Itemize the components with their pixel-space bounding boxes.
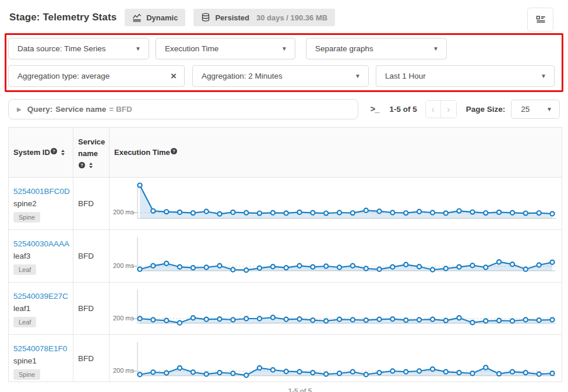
query-field: Service name <box>55 105 106 114</box>
column-header-service-name: Service name ? <box>73 128 110 177</box>
aggregation-interval-dropdown-value: Aggregation: 2 Minutes <box>202 72 283 80</box>
prev-page-button[interactable]: ‹ <box>426 101 441 118</box>
chevron-down-icon: ▼ <box>541 73 546 79</box>
page-title: Stage: Telemetry Stats <box>9 12 117 23</box>
sort-icon[interactable] <box>89 163 93 168</box>
page-size-dropdown[interactable]: 25 ▼ <box>511 100 560 119</box>
expand-caret-icon[interactable]: ▶ <box>17 106 22 112</box>
execution-time-sparkline[interactable] <box>110 178 558 229</box>
query-input[interactable]: ▶ Query: Service name = BFD <box>8 99 358 119</box>
layout-settings-button[interactable] <box>527 8 553 31</box>
persisted-button[interactable]: Persisted 30 days / 190.36 MB <box>193 9 335 26</box>
chevron-down-icon: ▼ <box>135 45 141 52</box>
hostname-label: leaf1 <box>13 304 69 313</box>
system-id-link[interactable]: 52540078E1F0 <box>13 344 67 353</box>
execution-time-header-label: Execution Time? <box>114 148 177 157</box>
persisted-button-label: Persisted <box>215 13 249 22</box>
telemetry-table: System ID? Service name ? Execution Time… <box>8 127 562 382</box>
data-source-dropdown-value: Data source: Time Series <box>17 44 106 53</box>
system-id-cell: 52540039E27C leaf1 Leaf <box>9 282 73 334</box>
aggregation-type-dropdown-value: Aggregation type: average <box>17 72 110 80</box>
sort-icon[interactable] <box>61 150 65 156</box>
filter-row-2: Aggregation type: average × Aggregation:… <box>8 65 559 87</box>
table-row: 5254001BFC0D spine2 Spine BFD 200 ms <box>9 178 562 230</box>
hostname-label: leaf3 <box>13 252 69 260</box>
execution-time-sparkline[interactable] <box>110 335 558 382</box>
service-name-cell: BFD <box>73 178 110 229</box>
dynamic-button-label: Dynamic <box>146 13 178 22</box>
chevron-down-icon: ▼ <box>281 45 287 52</box>
query-value: = BFD <box>109 105 132 114</box>
time-range-dropdown[interactable]: Last 1 Hour ▼ <box>376 65 555 87</box>
role-badge: Leaf <box>13 264 36 275</box>
help-icon[interactable]: ? <box>171 148 177 154</box>
role-badge: Spine <box>13 369 40 380</box>
data-source-dropdown[interactable]: Data source: Time Series ▼ <box>8 38 149 59</box>
table-row: 52540030AAAA leaf3 Leaf BFD 200 ms <box>9 230 562 282</box>
system-id-cell: 52540078E1F0 spine1 Spine <box>9 335 73 382</box>
page-size-label: Page Size: <box>466 105 506 114</box>
y-axis-label: 200 ms <box>112 315 134 322</box>
table-row: 52540039E27C leaf1 Leaf BFD 200 ms <box>9 282 562 335</box>
telemetry-stats-page: Stage: Telemetry Stats Dynamic Persisted… <box>0 0 568 392</box>
pager: ‹ › <box>425 100 457 118</box>
system-id-link[interactable]: 5254001BFC0D <box>13 187 70 196</box>
column-header-execution-time: Execution Time? <box>110 128 562 177</box>
hostname-label: spine1 <box>13 356 69 365</box>
layout-list-icon <box>536 15 545 24</box>
y-axis-label: 200 ms <box>112 262 134 269</box>
system-id-cell: 52540030AAAA leaf3 Leaf <box>9 230 73 282</box>
next-page-button[interactable]: › <box>441 101 456 118</box>
persisted-retention-info: 30 days / 190.36 MB <box>256 13 327 22</box>
graph-mode-dropdown-value: Separate graphs <box>315 44 373 53</box>
y-axis-label: 200 ms <box>112 367 134 374</box>
metric-dropdown-value: Execution Time <box>165 44 218 53</box>
role-badge: Leaf <box>13 317 36 327</box>
system-id-link[interactable]: 52540039E27C <box>13 292 68 301</box>
system-id-cell: 5254001BFC0D spine2 Spine <box>9 178 73 229</box>
help-icon[interactable]: ? <box>51 148 57 154</box>
bottom-pagination-clipped: 1-5 of 5 <box>251 387 350 392</box>
page-size-value: 25 <box>521 105 530 114</box>
pagination-range: 1-5 of 5 <box>390 105 417 114</box>
execution-time-sparkline[interactable] <box>110 282 558 334</box>
graph-mode-dropdown[interactable]: Separate graphs ▼ <box>306 38 447 59</box>
database-icon <box>201 13 210 22</box>
time-range-dropdown-value: Last 1 Hour <box>385 72 426 80</box>
chevron-down-icon: ▼ <box>355 73 361 79</box>
clear-icon[interactable]: × <box>171 71 177 81</box>
help-icon[interactable]: ? <box>79 162 85 168</box>
aggregation-type-dropdown[interactable]: Aggregation type: average × <box>8 65 185 87</box>
column-header-system-id: System ID? <box>9 128 73 177</box>
top-bar: Stage: Telemetry Stats Dynamic Persisted… <box>0 0 568 28</box>
hostname-label: spine2 <box>13 199 69 208</box>
role-badge: Spine <box>13 212 40 223</box>
service-name-cell: BFD <box>73 282 110 334</box>
system-id-link[interactable]: 52540030AAAA <box>13 239 69 248</box>
chevron-down-icon: ▼ <box>433 45 439 52</box>
chevron-down-icon: ▼ <box>546 106 552 112</box>
table-row: 52540078E1F0 spine1 Spine BFD 200 ms <box>9 335 562 382</box>
execution-time-chart-cell: 200 ms <box>110 335 562 382</box>
table-header: System ID? Service name ? Execution Time… <box>9 128 562 178</box>
metric-dropdown[interactable]: Execution Time ▼ <box>156 38 295 59</box>
service-name-header-label: Service name <box>78 136 111 160</box>
area-chart-icon <box>132 13 142 22</box>
service-name-cell: BFD <box>73 335 110 382</box>
system-id-header-label: System ID? <box>13 148 57 157</box>
execution-time-chart-cell: 200 ms <box>110 230 562 282</box>
execution-time-sparkline[interactable] <box>110 230 558 282</box>
service-name-cell: BFD <box>73 230 110 282</box>
y-axis-label: 200 ms <box>112 209 134 216</box>
execution-time-chart-cell: 200 ms <box>110 178 562 229</box>
console-icon[interactable]: >_ <box>371 105 379 114</box>
aggregation-interval-dropdown[interactable]: Aggregation: 2 Minutes ▼ <box>192 65 369 87</box>
filter-row-1: Data source: Time Series ▼ Execution Tim… <box>8 38 559 59</box>
query-toolbar: ▶ Query: Service name = BFD >_ 1-5 of 5 … <box>8 99 560 119</box>
annotation-highlight-box: Data source: Time Series ▼ Execution Tim… <box>5 33 563 92</box>
dynamic-button[interactable]: Dynamic <box>125 9 185 26</box>
query-label: Query: <box>27 105 53 114</box>
execution-time-chart-cell: 200 ms <box>110 282 562 334</box>
